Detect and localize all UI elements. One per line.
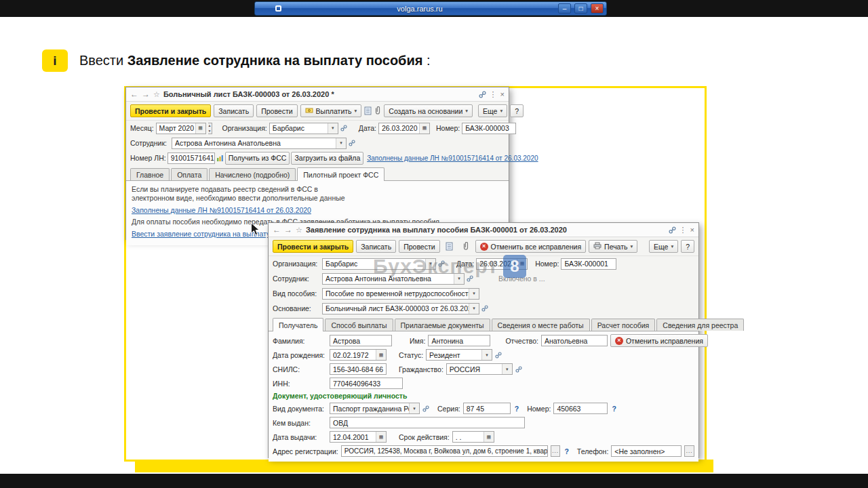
organization-input[interactable]: Барбарис▾	[269, 123, 338, 134]
ellipsis-button[interactable]: ...	[684, 445, 694, 457]
open-link-icon[interactable]	[349, 140, 355, 146]
attachment-paperclip-icon[interactable]	[459, 240, 473, 253]
more-menu-icon[interactable]: ⋮	[490, 91, 497, 98]
open-link-icon[interactable]	[467, 275, 473, 282]
issued-by-input[interactable]: ОВД	[330, 417, 525, 428]
date-input[interactable]: 26.03.2020▦	[476, 258, 528, 270]
close-icon[interactable]: ×	[500, 91, 505, 98]
tab-workplace-info[interactable]: Сведения о месте работы	[492, 319, 590, 331]
dropdown-icon[interactable]: ▾	[502, 364, 512, 374]
close-icon[interactable]: ×	[690, 226, 694, 234]
dropdown-icon[interactable]: ▾	[469, 289, 479, 299]
employee-input[interactable]: Астрова Антонина Анатольевна▾	[172, 138, 347, 149]
cancel-fixes-button[interactable]: ×Отменить исправления	[610, 334, 708, 347]
more-button[interactable]: Еще▾	[649, 240, 678, 253]
print-button[interactable]: Печать▾	[589, 240, 637, 253]
open-link-icon[interactable]	[340, 125, 347, 131]
calendar-icon[interactable]: ▦	[376, 432, 386, 442]
cancel-all-fixes-button[interactable]: ×Отменить все исправления	[475, 240, 587, 253]
inn-input[interactable]: 770464096433	[330, 378, 403, 389]
help-question-icon[interactable]: ?	[610, 405, 617, 413]
get-from-fss-button[interactable]: Получить из ФСС	[225, 152, 290, 165]
doc-number-input[interactable]: 450663	[553, 403, 608, 414]
dropdown-icon[interactable]: ▾	[481, 350, 492, 360]
attachment-paperclip-icon[interactable]	[374, 104, 381, 117]
write-button[interactable]: Записать	[356, 240, 396, 253]
dropdown-icon[interactable]: ▾	[336, 138, 346, 148]
minimize-icon[interactable]: –	[558, 3, 571, 14]
help-button[interactable]: ?	[681, 240, 694, 253]
number-input[interactable]: БАЗК-000003	[462, 123, 516, 134]
calendar-icon[interactable]: ▦	[376, 350, 386, 360]
organization-input[interactable]: Барбарис▾	[322, 258, 436, 270]
dropdown-icon[interactable]: ▾	[425, 259, 435, 269]
forward-icon[interactable]: →	[284, 226, 292, 234]
register-records-icon[interactable]	[364, 104, 372, 117]
restore-icon[interactable]: □	[574, 3, 587, 14]
create-based-on-button[interactable]: Создать на основании▾	[384, 104, 473, 117]
doc-kind-input[interactable]: Паспорт гражданина Рос▾	[330, 403, 420, 414]
spin-up-icon[interactable]: ▲	[208, 123, 212, 129]
register-records-icon[interactable]	[443, 240, 456, 253]
month-stepper[interactable]: ▲▼	[208, 123, 212, 134]
pay-button[interactable]: Выплатить▾	[300, 104, 362, 117]
post-and-close-button[interactable]: Провести и закрыть	[273, 240, 353, 253]
tab-fss-pilot-project[interactable]: Пилотный проект ФСС	[297, 167, 384, 181]
favorite-star-icon[interactable]: ☆	[153, 91, 160, 98]
calendar-icon[interactable]: ▦	[517, 259, 527, 269]
link-icon[interactable]	[479, 91, 486, 98]
ellipsis-button[interactable]: ...	[551, 445, 561, 457]
series-input[interactable]: 87 45	[463, 403, 511, 414]
month-input[interactable]: Март 2020▦	[156, 123, 206, 134]
tab-benefit-calculation[interactable]: Расчет пособия	[591, 319, 656, 331]
middlename-input[interactable]: Анатольевна	[541, 335, 608, 346]
back-icon[interactable]: ←	[273, 226, 281, 234]
employee-input[interactable]: Астрова Антонина Анатольевна▾	[322, 273, 465, 285]
status-input[interactable]: Резидент▾	[426, 349, 492, 361]
open-link-icon[interactable]	[438, 260, 445, 267]
ln-number-input[interactable]: 910015716414	[167, 152, 215, 164]
link-icon[interactable]	[669, 226, 676, 234]
tab-registry-info[interactable]: Сведения для реестра	[656, 319, 744, 331]
more-menu-icon[interactable]: ⋮	[679, 226, 687, 234]
birthdate-input[interactable]: 02.02.1972▦	[330, 349, 387, 361]
tab-payment[interactable]: Оплата	[171, 168, 208, 180]
back-icon[interactable]: ←	[130, 90, 138, 98]
open-link-icon[interactable]	[515, 366, 522, 373]
open-link-icon[interactable]	[422, 405, 429, 412]
post-button[interactable]: Провести	[256, 104, 297, 117]
post-button[interactable]: Провести	[399, 240, 439, 253]
issue-date-input[interactable]: 12.04.2001▦	[330, 431, 387, 443]
more-button[interactable]: Еще▾	[478, 104, 507, 117]
ln-data-filled-link[interactable]: Заполнены данные ЛН №910015716414 от 26.…	[132, 206, 311, 214]
dropdown-icon[interactable]: ▾	[454, 274, 464, 284]
lastname-input[interactable]: Астрова	[330, 335, 392, 346]
dropdown-icon[interactable]: ▾	[409, 403, 419, 413]
help-question-icon[interactable]: ?	[513, 405, 520, 413]
citizenship-input[interactable]: РОССИЯ▾	[446, 363, 513, 375]
ln-data-filled-link[interactable]: Заполнены данные ЛН №910015716414 от 26.…	[367, 155, 538, 162]
address-input[interactable]: РОССИЯ, 125438, Москва г, Войкова ул, до…	[341, 445, 548, 457]
tab-accrued-details[interactable]: Начислено (подробно)	[209, 168, 296, 180]
dropdown-icon[interactable]: ▾	[328, 123, 338, 134]
eln-status-icon[interactable]	[216, 152, 224, 165]
firstname-input[interactable]: Антонина	[428, 335, 490, 346]
post-and-close-button[interactable]: Провести и закрыть	[130, 104, 211, 117]
calendar-icon[interactable]: ▦	[484, 432, 494, 442]
open-link-icon[interactable]	[495, 352, 502, 359]
favorite-star-icon[interactable]: ☆	[296, 226, 302, 234]
open-link-icon[interactable]	[481, 305, 488, 312]
calendar-icon[interactable]: ▦	[419, 123, 429, 134]
basis-input[interactable]: Больничный лист БАЗК-000003 от 26.03.202…	[322, 303, 479, 314]
valid-until-input[interactable]: . .▦	[452, 431, 494, 443]
tab-main[interactable]: Главное	[130, 168, 170, 180]
date-input[interactable]: 26.03.2020▦	[378, 123, 430, 134]
tab-recipient[interactable]: Получатель	[273, 318, 323, 331]
tab-attached-documents[interactable]: Прилагаемые документы	[395, 319, 490, 331]
help-question-icon[interactable]: ?	[563, 447, 570, 455]
load-from-file-button[interactable]: Загрузить из файла	[291, 152, 363, 165]
help-button[interactable]: ?	[510, 104, 524, 117]
write-button[interactable]: Записать	[214, 104, 254, 117]
forward-icon[interactable]: →	[142, 90, 150, 98]
number-input[interactable]: БАЗК-000001	[561, 258, 616, 270]
